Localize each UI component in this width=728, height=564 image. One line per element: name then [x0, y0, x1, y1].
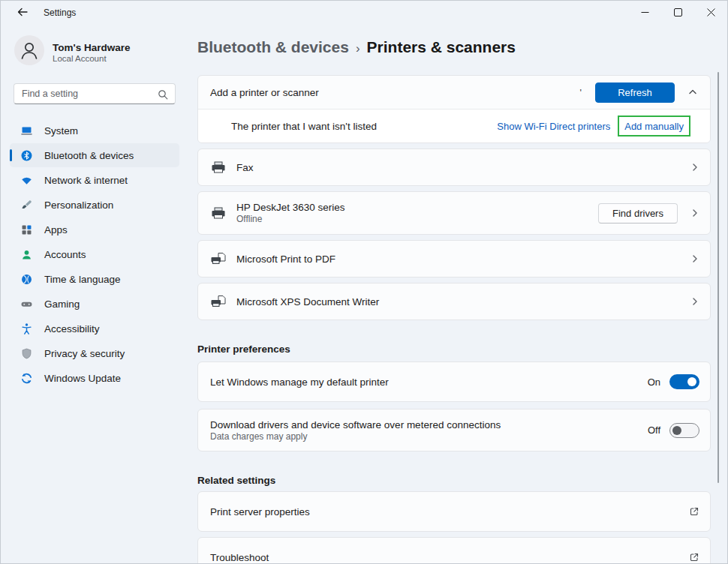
scrollbar[interactable]: [717, 72, 720, 483]
toggle-knob: [672, 426, 681, 435]
printer-status: Offline: [236, 214, 345, 224]
add-printer-label: Add a printer or scanner: [210, 87, 319, 98]
sidebar-item-label: Apps: [44, 224, 68, 236]
window-controls: [628, 1, 727, 25]
maximize-button[interactable]: [661, 1, 694, 25]
add-manually-link[interactable]: Add manually: [624, 121, 684, 132]
sidebar-item-gaming[interactable]: Gaming: [10, 292, 179, 316]
minimize-icon: [641, 6, 649, 20]
sidebar-item-label: Bluetooth & devices: [44, 150, 134, 161]
find-drivers-button[interactable]: Find drivers: [598, 203, 678, 224]
search-box: [14, 83, 176, 104]
back-button[interactable]: [12, 4, 33, 22]
printer-row-print-to-pdf[interactable]: Microsoft Print to PDF: [197, 240, 711, 278]
sidebar-item-apps[interactable]: Apps: [10, 218, 179, 242]
related-item-label: Troubleshoot: [210, 552, 269, 563]
search-input[interactable]: [14, 88, 175, 99]
sidebar-item-label: Accounts: [44, 249, 86, 260]
printer-name: HP DeskJet 3630 series: [236, 202, 345, 213]
show-wifi-direct-link[interactable]: Show Wi-Fi Direct printers: [497, 121, 610, 132]
minimize-button[interactable]: [628, 1, 661, 25]
printer-row-fax[interactable]: Fax: [197, 148, 711, 186]
accessibility-icon: [20, 322, 33, 335]
breadcrumb-separator-icon: ›: [356, 38, 360, 59]
add-printer-card: Add a printer or scanner ' Refresh The p…: [197, 75, 711, 143]
sidebar-item-bluetooth-devices[interactable]: Bluetooth & devices: [10, 143, 179, 167]
toggle-state-label: On: [648, 376, 660, 388]
sidebar-nav: System Bluetooth & devices Network & int…: [1, 118, 188, 390]
brush-icon: [20, 199, 33, 212]
sidebar-item-accessibility[interactable]: Accessibility: [10, 316, 179, 340]
printer-name: Microsoft Print to PDF: [236, 254, 335, 265]
printer-row-hp-deskjet[interactable]: HP DeskJet 3630 series Offline Find driv…: [197, 191, 711, 235]
main-content: Bluetooth & devices › Printers & scanner…: [188, 1, 727, 563]
sidebar-item-time-language[interactable]: Time & language: [10, 267, 179, 291]
sidebar-item-label: Privacy & security: [44, 348, 125, 359]
metered-downloads-toggle[interactable]: [669, 423, 699, 438]
add-printer-header: Add a printer or scanner ' Refresh: [198, 76, 710, 109]
toggle-label: Download drivers and device software ove…: [210, 419, 501, 430]
printer-icon: [210, 206, 227, 220]
printer-document-icon: [210, 251, 227, 266]
breadcrumb-parent[interactable]: Bluetooth & devices: [197, 37, 349, 58]
close-icon: [707, 6, 715, 20]
avatar: [14, 35, 44, 68]
account-name: Tom's Hardware: [53, 41, 131, 54]
sidebar-item-label: Time & language: [44, 274, 121, 285]
printer-row-xps-writer[interactable]: Microsoft XPS Document Writer: [197, 283, 711, 320]
troubleshoot-row[interactable]: Troubleshoot: [197, 537, 711, 564]
toggle-state-label: Off: [648, 424, 660, 436]
metered-downloads-row: Download drivers and device software ove…: [197, 409, 711, 452]
titlebar: Settings: [1, 1, 727, 25]
chevron-right-icon: [690, 208, 699, 218]
sidebar-item-label: Accessibility: [44, 323, 100, 334]
laptop-icon: [20, 124, 33, 137]
shield-icon: [20, 347, 33, 360]
chevron-right-icon: [690, 297, 699, 306]
toggle-sublabel: Data charges may apply: [210, 431, 501, 442]
refresh-button[interactable]: Refresh: [595, 82, 675, 103]
sidebar-item-windows-update[interactable]: Windows Update: [10, 366, 179, 390]
sidebar-item-label: Network & internet: [44, 175, 128, 186]
scan-progress-indicator: ': [580, 87, 582, 98]
add-manually-highlight: Add manually: [618, 116, 690, 136]
sidebar-item-accounts[interactable]: Accounts: [10, 242, 179, 266]
wifi-icon: [20, 174, 33, 187]
back-arrow-icon: [17, 6, 28, 20]
account-type: Local Account: [53, 54, 131, 63]
sidebar-item-network-internet[interactable]: Network & internet: [10, 168, 179, 192]
printer-document-icon: [210, 294, 227, 309]
related-settings-heading: Related settings: [197, 475, 711, 486]
sidebar-item-label: Personalization: [44, 200, 113, 211]
sidebar-item-label: Windows Update: [44, 373, 121, 384]
close-button[interactable]: [694, 1, 727, 25]
account-section[interactable]: Tom's Hardware Local Account: [1, 35, 188, 68]
chevron-right-icon: [690, 163, 699, 172]
maximize-icon: [674, 6, 682, 20]
sidebar-item-label: System: [44, 125, 78, 136]
search-icon[interactable]: [158, 89, 168, 103]
person-icon: [20, 248, 33, 261]
printer-name: Microsoft XPS Document Writer: [236, 296, 379, 308]
external-link-icon: [689, 552, 699, 562]
apps-grid-icon: [20, 224, 33, 236]
bluetooth-icon: [20, 149, 33, 162]
external-link-icon: [689, 506, 699, 517]
globe-icon: [20, 273, 33, 286]
print-server-properties-row[interactable]: Print server properties: [197, 491, 711, 532]
chevron-up-icon[interactable]: [686, 88, 699, 97]
sidebar-item-system[interactable]: System: [10, 118, 179, 142]
sidebar-item-privacy-security[interactable]: Privacy & security: [10, 341, 179, 365]
sidebar-item-personalization[interactable]: Personalization: [10, 193, 179, 217]
related-item-label: Print server properties: [210, 506, 310, 518]
default-printer-row: Let Windows manage my default printer On: [197, 362, 711, 402]
printer-not-listed-row: The printer that I want isn't listed Sho…: [198, 110, 710, 142]
gamepad-icon: [20, 298, 33, 310]
page-title: Printers & scanners: [367, 37, 516, 58]
sidebar: Tom's Hardware Local Account System Blue…: [1, 1, 188, 563]
printer-icon: [210, 160, 227, 175]
default-printer-toggle[interactable]: [669, 374, 699, 389]
toggle-knob: [687, 377, 696, 386]
toggle-label: Let Windows manage my default printer: [210, 376, 389, 388]
breadcrumb: Bluetooth & devices › Printers & scanner…: [197, 37, 711, 59]
